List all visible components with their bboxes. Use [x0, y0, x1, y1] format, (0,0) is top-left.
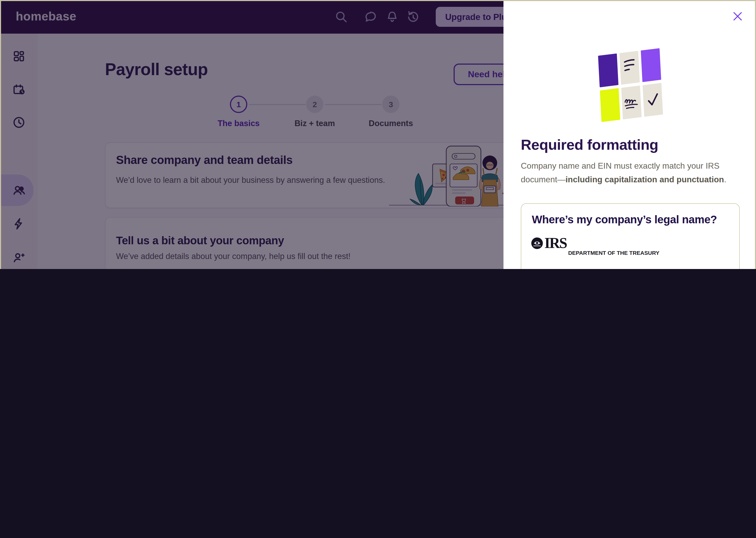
text-lines-tile: [620, 51, 640, 84]
irs-wordmark: IRS: [544, 237, 566, 250]
signature-tile: [621, 86, 642, 120]
legal-card-title: Where’s my company’s legal name?: [532, 213, 717, 226]
description-end: .: [724, 175, 726, 184]
legal-name-example-card: Where’s my company’s legal name? IRS DEP…: [521, 203, 740, 269]
close-drawer-button[interactable]: [730, 8, 745, 24]
app-window: homebase Upgrade to Plus: [0, 0, 756, 269]
drawer-description: Company name and EIN must exactly match …: [521, 159, 741, 186]
document-tiles-illustration: [598, 48, 663, 122]
dept-line: DEPARTMENT OF THE TREASURY: [568, 249, 659, 256]
description-bold-text: including capitalization and punctuation: [565, 175, 724, 184]
checkmark-tile: [642, 83, 663, 117]
irs-letterhead: IRS DEPARTMENT OF THE TREASURY INTERNAL …: [531, 237, 659, 269]
close-icon: [730, 8, 745, 24]
bright-purple-tile: [641, 48, 661, 82]
drawer-title: Required formatting: [521, 136, 658, 153]
chartreuse-tile: [600, 88, 620, 122]
required-formatting-drawer: Required formatting Company name and EIN…: [503, 0, 756, 269]
irs-department-lines: DEPARTMENT OF THE TREASURY INTERNAL REVE…: [568, 237, 659, 269]
irs-emblem-icon: [531, 237, 543, 250]
purple-tile: [598, 53, 618, 87]
